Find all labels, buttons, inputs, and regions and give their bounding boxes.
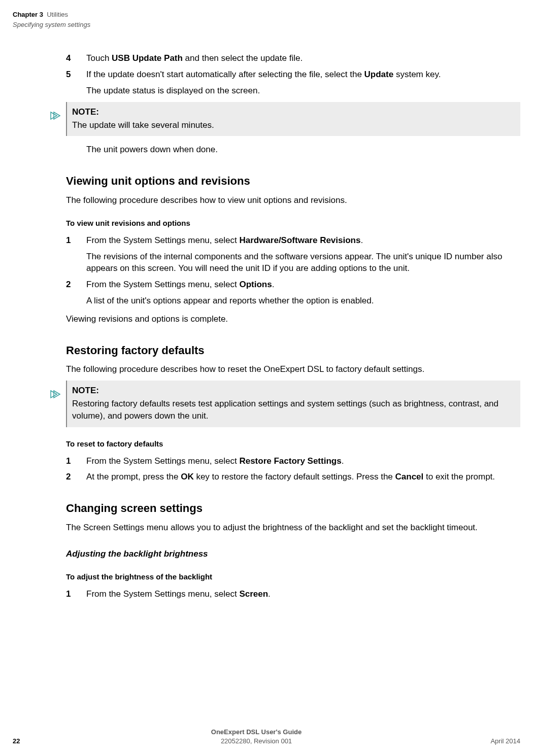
step-number: 2 (66, 279, 86, 307)
step-number: 5 (66, 68, 86, 97)
main-content: 4 Touch USB Update Path and then select … (66, 52, 520, 600)
bold-text: Options (239, 280, 272, 289)
chapter-title: Utilities (47, 11, 68, 18)
page-footer: 22 OneExpert DSL User's Guide 22052280, … (13, 728, 520, 746)
bold-text: Cancel (395, 472, 424, 482)
step-4: 4 Touch USB Update Path and then select … (66, 52, 520, 64)
note-arrow-icon (46, 381, 66, 399)
step-text: Touch USB Update Path and then select th… (86, 52, 520, 64)
bold-text: Hardware/Software Revisions (239, 235, 360, 245)
text: . (268, 589, 271, 599)
sub-heading-backlight: Adjusting the backlight brightness (66, 548, 520, 560)
section-intro: The Screen Settings menu allows you to a… (66, 522, 520, 534)
text: . (272, 280, 275, 289)
text: and then select the update file. (183, 53, 303, 63)
text: . (342, 456, 344, 466)
step-2: 2 From the System Settings menu, select … (66, 279, 520, 307)
section-heading-viewing-options: Viewing unit options and revisions (66, 174, 520, 189)
note-text: Restoring factory defaults resets test a… (72, 398, 515, 422)
step-text: From the System Settings menu, select Ha… (86, 234, 520, 274)
note-arrow-icon (46, 102, 66, 120)
step-number: 1 (66, 588, 86, 600)
task-heading: To adjust the brightness of the backligh… (66, 571, 520, 582)
text: At the prompt, press the (86, 472, 181, 482)
bold-text: Update (364, 70, 394, 79)
text: system key. (393, 70, 441, 79)
text: From the System Settings menu, select (86, 280, 239, 289)
note-label: NOTE: (72, 106, 515, 118)
doc-title: OneExpert DSL User's Guide (43, 728, 470, 737)
text: . (360, 235, 363, 245)
task-heading: To reset to factory defaults (66, 438, 520, 449)
doc-date: April 2014 (470, 737, 520, 746)
note-block: NOTE: The update will take several minut… (46, 102, 520, 136)
note-label: NOTE: (72, 385, 515, 397)
step-1: 1 From the System Settings menu, select … (66, 234, 520, 274)
closing-text: Viewing revisions and options is complet… (66, 313, 520, 325)
step-text: From the System Settings menu, select Op… (86, 279, 520, 307)
doc-number: 22052280, Revision 001 (43, 737, 470, 746)
bold-text: Restore Factory Settings (239, 456, 341, 466)
text: to exit the prompt. (423, 472, 495, 482)
page-number: 22 (13, 737, 43, 746)
bold-text: USB Update Path (112, 53, 183, 63)
step-1: 1 From the System Settings menu, select … (66, 588, 520, 600)
footer-center: OneExpert DSL User's Guide 22052280, Rev… (43, 728, 470, 746)
step-sub: The update status is displayed on the sc… (86, 85, 520, 97)
section-intro: The following procedure describes how to… (66, 194, 520, 207)
text: From the System Settings menu, select (86, 456, 239, 466)
header-section: Specifying system settings (13, 20, 520, 29)
bold-text: Screen (239, 589, 268, 599)
text: From the System Settings menu, select (86, 235, 239, 245)
bold-text: OK (181, 472, 194, 482)
step-1: 1 From the System Settings menu, select … (66, 455, 520, 467)
note-text: The update will take several minutes. (72, 119, 515, 131)
step-2: 2 At the prompt, press the OK key to res… (66, 471, 520, 483)
section-heading-restoring-defaults: Restoring factory defaults (66, 343, 520, 359)
step-number: 1 (66, 234, 86, 274)
section-intro: The following procedure describes how to… (66, 363, 520, 375)
note-content: NOTE: The update will take several minut… (66, 102, 520, 136)
note-block: NOTE: Restoring factory defaults resets … (46, 381, 520, 427)
header-chapter: Chapter 3 Utilities (13, 10, 520, 19)
step-sub: The revisions of the internal components… (86, 251, 520, 275)
text: If the update doesn't start automaticall… (86, 70, 364, 79)
step-number: 2 (66, 471, 86, 483)
note-content: NOTE: Restoring factory defaults resets … (66, 381, 520, 427)
step-number: 1 (66, 455, 86, 467)
step-sub: A list of the unit's options appear and … (86, 295, 520, 307)
step-text: From the System Settings menu, select Re… (86, 455, 520, 467)
step-text: From the System Settings menu, select Sc… (86, 588, 520, 600)
step-text: If the update doesn't start automaticall… (86, 68, 520, 97)
step-text: At the prompt, press the OK key to resto… (86, 471, 520, 483)
section-heading-screen-settings: Changing screen settings (66, 501, 520, 517)
text: From the System Settings menu, select (86, 589, 239, 599)
step-number: 4 (66, 52, 86, 64)
step-5: 5 If the update doesn't start automatica… (66, 68, 520, 97)
post-note-text: The unit powers down when done. (86, 144, 520, 156)
text: key to restore the factory default setti… (194, 472, 395, 482)
text: Touch (86, 53, 112, 63)
task-heading: To view unit revisions and options (66, 218, 520, 228)
chapter-label: Chapter 3 (13, 11, 43, 18)
